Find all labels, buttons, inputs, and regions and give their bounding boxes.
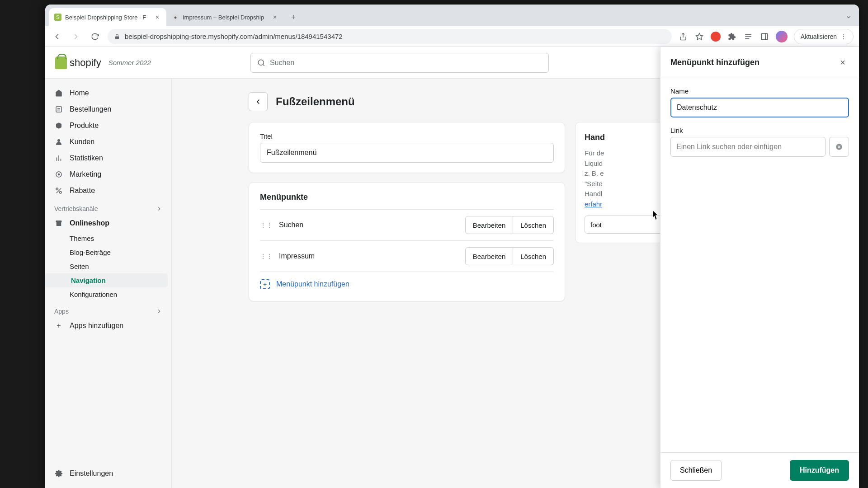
browser-tab[interactable]: S Beispiel Dropshipping Store · F × (49, 8, 166, 26)
url-input[interactable]: beispiel-dropshipping-store.myshopify.co… (108, 29, 672, 44)
products-icon (54, 121, 63, 130)
add-button[interactable]: Hinzufügen (790, 460, 849, 481)
add-item-drawer: Menüpunkt hinzufügen × Name Link Schließ… (660, 47, 859, 488)
edit-button[interactable]: Bearbeiten (465, 216, 514, 234)
svg-line-9 (263, 64, 264, 66)
gear-icon (54, 469, 63, 478)
sidebar-item-discounts[interactable]: Rabatte (45, 183, 171, 199)
svg-point-21 (60, 192, 62, 194)
new-tab-button[interactable]: + (287, 10, 300, 24)
svg-line-19 (57, 188, 61, 193)
svg-point-20 (56, 188, 58, 190)
sidepanel-icon[interactable] (760, 32, 769, 42)
search-input[interactable]: Suchen (250, 53, 549, 73)
name-label: Name (670, 87, 849, 95)
sidebar-item-analytics[interactable]: Statistiken (45, 150, 171, 166)
shopify-favicon: S (54, 14, 61, 21)
title-input[interactable] (260, 143, 554, 163)
address-bar: beispiel-dropshipping-store.myshopify.co… (45, 26, 859, 47)
profile-avatar[interactable] (776, 31, 788, 42)
discounts-icon (54, 186, 63, 195)
home-icon (54, 89, 63, 98)
apps-section: Apps (45, 301, 171, 318)
svg-rect-10 (56, 107, 61, 112)
learn-more-link[interactable]: erfahr (585, 200, 602, 208)
sidebar-item-products[interactable]: Produkte (45, 117, 171, 134)
add-menu-item[interactable]: + Menüpunkt hinzufügen (260, 272, 554, 291)
update-button[interactable]: Aktualisieren ⋮ (794, 29, 854, 44)
title-card: Titel (249, 122, 565, 173)
drag-icon[interactable]: ⋮⋮ (260, 253, 273, 260)
back-button[interactable] (249, 92, 268, 111)
search-icon (257, 59, 265, 67)
menu-item-row: ⋮⋮ Suchen Bearbeiten Löschen (260, 209, 554, 240)
link-label: Link (670, 127, 849, 134)
back-icon[interactable] (51, 30, 63, 43)
url-text: beispiel-dropshipping-store.myshopify.co… (125, 33, 343, 40)
sidebar-sub-config[interactable]: Konfigurationen (45, 287, 171, 301)
share-icon[interactable] (678, 32, 688, 42)
extensions-icon[interactable] (727, 32, 737, 42)
browser-tab[interactable]: ● Impressum – Beispiel Dropship × (166, 8, 284, 26)
analytics-icon (54, 154, 63, 163)
browser-tab-bar: S Beispiel Dropshipping Store · F × ● Im… (45, 5, 859, 26)
sidebar-sub-pages[interactable]: Seiten (45, 259, 171, 273)
chevron-down-icon[interactable] (842, 10, 855, 24)
sidebar: Home Bestellungen Produkte Kunden Statis… (45, 79, 172, 488)
svg-rect-0 (115, 36, 119, 39)
sidebar-settings[interactable]: Einstellungen (45, 465, 171, 482)
sidebar-sub-blog[interactable]: Blog-Beiträge (45, 245, 171, 259)
lock-icon (114, 33, 120, 40)
delete-button[interactable]: Löschen (513, 216, 554, 234)
close-button[interactable]: Schließen (670, 460, 722, 481)
svg-marker-2 (696, 33, 703, 39)
list-icon[interactable] (743, 32, 753, 42)
sidebar-sub-navigation[interactable]: Navigation (45, 273, 168, 287)
chevron-right-icon[interactable] (156, 206, 162, 212)
svg-point-17 (58, 174, 60, 176)
edit-button[interactable]: Bearbeiten (465, 247, 514, 265)
menu-item-name: Suchen (279, 221, 459, 229)
svg-point-13 (57, 139, 60, 142)
close-icon[interactable]: × (836, 56, 849, 69)
more-icon: ⋮ (840, 33, 847, 40)
forward-icon[interactable] (70, 30, 82, 43)
sidebar-sub-themes[interactable]: Themes (45, 231, 171, 245)
sidebar-item-marketing[interactable]: Marketing (45, 166, 171, 183)
record-icon[interactable] (711, 32, 721, 42)
close-icon[interactable]: × (154, 14, 161, 21)
svg-point-8 (258, 60, 264, 65)
season-label: Sommer 2022 (108, 59, 151, 66)
page-favicon: ● (172, 14, 179, 21)
tab-title: Impressum – Beispiel Dropship (183, 14, 268, 21)
add-icon: + (260, 279, 270, 289)
close-icon[interactable]: × (271, 14, 278, 21)
star-icon[interactable] (694, 32, 704, 42)
items-heading: Menüpunkte (260, 192, 554, 202)
name-input[interactable] (670, 98, 849, 117)
menu-item-row: ⋮⋮ Impressum Bearbeiten Löschen (260, 240, 554, 272)
menu-item-name: Impressum (279, 252, 459, 260)
orders-icon (54, 105, 63, 114)
sidebar-add-apps[interactable]: +Apps hinzufügen (45, 318, 171, 334)
sidebar-item-onlineshop[interactable]: Onlineshop (45, 215, 171, 231)
tab-title: Beispiel Dropshipping Store · F (65, 14, 150, 21)
drag-icon[interactable]: ⋮⋮ (260, 221, 273, 229)
store-icon (54, 219, 63, 228)
bag-icon (55, 56, 67, 69)
shopify-logo[interactable]: shopify (55, 56, 101, 69)
reload-icon[interactable] (89, 30, 101, 43)
customers-icon (54, 137, 63, 146)
sidebar-item-customers[interactable]: Kunden (45, 134, 171, 150)
sidebar-item-orders[interactable]: Bestellungen (45, 101, 171, 117)
channels-section: Vertriebskanäle (45, 199, 171, 215)
title-label: Titel (260, 132, 554, 140)
chevron-right-icon[interactable] (156, 308, 162, 314)
link-input[interactable] (670, 137, 826, 157)
delete-button[interactable]: Löschen (513, 247, 554, 265)
clear-button[interactable] (829, 137, 849, 157)
drawer-title: Menüpunkt hinzufügen (670, 58, 760, 67)
sidebar-item-home[interactable]: Home (45, 85, 171, 101)
page-title: Fußzeilenmenü (276, 95, 355, 108)
svg-rect-6 (761, 33, 768, 40)
